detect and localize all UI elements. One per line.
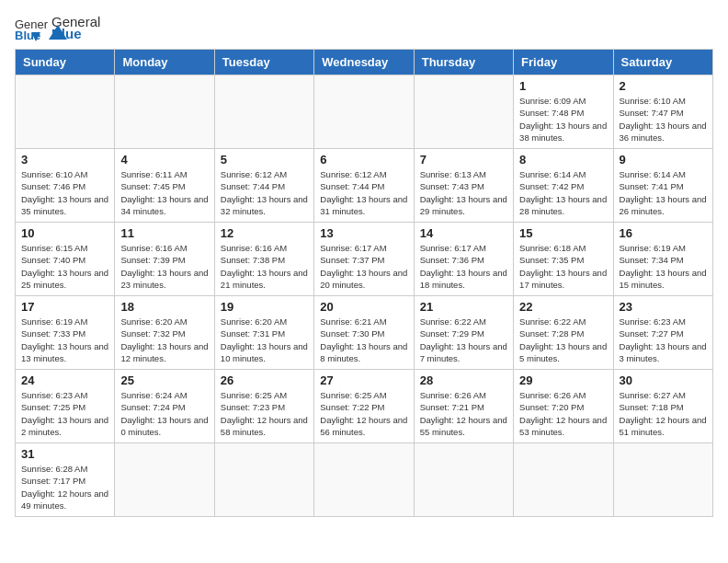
calendar-cell: 16Sunrise: 6:19 AM Sunset: 7:34 PM Dayli…	[613, 223, 712, 296]
calendar-cell: 27Sunrise: 6:25 AM Sunset: 7:22 PM Dayli…	[314, 370, 414, 443]
day-number: 5	[221, 153, 308, 167]
day-info: Sunrise: 6:21 AM Sunset: 7:30 PM Dayligh…	[320, 316, 407, 364]
day-number: 8	[519, 153, 607, 167]
day-number: 3	[21, 153, 108, 167]
svg-marker-3	[49, 25, 67, 40]
day-number: 15	[519, 226, 607, 240]
day-number: 30	[620, 373, 707, 387]
day-number: 6	[320, 153, 407, 167]
day-number: 28	[420, 373, 507, 387]
day-number: 12	[221, 226, 308, 240]
day-info: Sunrise: 6:19 AM Sunset: 7:34 PM Dayligh…	[620, 242, 707, 291]
day-number: 20	[320, 300, 407, 314]
week-row-2: 10Sunrise: 6:15 AM Sunset: 7:40 PM Dayli…	[16, 223, 713, 296]
calendar-cell: 12Sunrise: 6:16 AM Sunset: 7:38 PM Dayli…	[214, 223, 313, 296]
day-info: Sunrise: 6:20 AM Sunset: 7:31 PM Dayligh…	[221, 316, 308, 364]
calendar-cell: 11Sunrise: 6:16 AM Sunset: 7:39 PM Dayli…	[115, 223, 214, 296]
calendar-cell	[16, 75, 115, 149]
day-number: 26	[221, 373, 308, 387]
day-number: 31	[21, 447, 108, 461]
header: General Blue General Blue	[15, 15, 713, 41]
calendar-cell	[514, 443, 613, 517]
day-number: 14	[420, 226, 507, 240]
calendar-cell: 3Sunrise: 6:10 AM Sunset: 7:46 PM Daylig…	[16, 149, 115, 223]
calendar-table: SundayMondayTuesdayWednesdayThursdayFrid…	[15, 49, 713, 517]
day-number: 17	[21, 300, 108, 314]
day-info: Sunrise: 6:17 AM Sunset: 7:36 PM Dayligh…	[420, 242, 507, 291]
week-row-4: 24Sunrise: 6:23 AM Sunset: 7:25 PM Dayli…	[16, 370, 713, 443]
calendar-cell: 17Sunrise: 6:19 AM Sunset: 7:33 PM Dayli…	[16, 296, 115, 370]
weekday-thursday: Thursday	[414, 50, 513, 75]
weekday-wednesday: Wednesday	[314, 50, 414, 75]
calendar-cell	[214, 75, 313, 149]
day-number: 10	[21, 226, 108, 240]
calendar-cell: 1Sunrise: 6:09 AM Sunset: 7:48 PM Daylig…	[514, 75, 613, 149]
day-number: 27	[320, 373, 407, 387]
day-number: 25	[120, 373, 208, 387]
weekday-tuesday: Tuesday	[214, 50, 313, 75]
day-info: Sunrise: 6:23 AM Sunset: 7:27 PM Dayligh…	[620, 316, 707, 364]
calendar-cell: 9Sunrise: 6:14 AM Sunset: 7:41 PM Daylig…	[613, 149, 712, 223]
calendar-cell: 8Sunrise: 6:14 AM Sunset: 7:42 PM Daylig…	[514, 149, 613, 223]
day-info: Sunrise: 6:28 AM Sunset: 7:17 PM Dayligh…	[21, 463, 108, 511]
logo-triangle	[49, 23, 67, 41]
calendar-cell: 15Sunrise: 6:18 AM Sunset: 7:35 PM Dayli…	[514, 223, 613, 296]
calendar-cell	[214, 443, 313, 517]
day-info: Sunrise: 6:15 AM Sunset: 7:40 PM Dayligh…	[21, 242, 108, 291]
week-row-5: 31Sunrise: 6:28 AM Sunset: 7:17 PM Dayli…	[16, 443, 713, 517]
day-info: Sunrise: 6:24 AM Sunset: 7:24 PM Dayligh…	[120, 389, 208, 438]
day-info: Sunrise: 6:09 AM Sunset: 7:48 PM Dayligh…	[519, 95, 607, 144]
day-number: 16	[620, 226, 707, 240]
weekday-sunday: Sunday	[16, 50, 115, 75]
day-info: Sunrise: 6:22 AM Sunset: 7:28 PM Dayligh…	[519, 316, 607, 364]
calendar-cell: 2Sunrise: 6:10 AM Sunset: 7:47 PM Daylig…	[613, 75, 712, 149]
calendar-cell	[613, 443, 712, 517]
day-info: Sunrise: 6:20 AM Sunset: 7:32 PM Dayligh…	[120, 316, 208, 364]
day-info: Sunrise: 6:22 AM Sunset: 7:29 PM Dayligh…	[420, 316, 507, 364]
day-info: Sunrise: 6:16 AM Sunset: 7:38 PM Dayligh…	[221, 242, 308, 291]
day-info: Sunrise: 6:11 AM Sunset: 7:45 PM Dayligh…	[120, 168, 208, 217]
calendar-cell: 4Sunrise: 6:11 AM Sunset: 7:45 PM Daylig…	[115, 149, 214, 223]
calendar-cell: 24Sunrise: 6:23 AM Sunset: 7:25 PM Dayli…	[16, 370, 115, 443]
calendar-cell: 20Sunrise: 6:21 AM Sunset: 7:30 PM Dayli…	[314, 296, 414, 370]
day-number: 13	[320, 226, 407, 240]
calendar-cell	[115, 75, 214, 149]
calendar-cell	[115, 443, 214, 517]
day-number: 22	[519, 300, 607, 314]
day-info: Sunrise: 6:10 AM Sunset: 7:47 PM Dayligh…	[620, 95, 707, 144]
svg-text:Blue: Blue	[15, 29, 40, 41]
week-row-1: 3Sunrise: 6:10 AM Sunset: 7:46 PM Daylig…	[16, 149, 713, 223]
week-row-0: 1Sunrise: 6:09 AM Sunset: 7:48 PM Daylig…	[16, 75, 713, 149]
calendar-cell: 30Sunrise: 6:27 AM Sunset: 7:18 PM Dayli…	[613, 370, 712, 443]
calendar-body: 1Sunrise: 6:09 AM Sunset: 7:48 PM Daylig…	[16, 75, 713, 517]
day-number: 18	[120, 300, 208, 314]
day-number: 29	[519, 373, 607, 387]
calendar-cell: 19Sunrise: 6:20 AM Sunset: 7:31 PM Dayli…	[214, 296, 313, 370]
calendar-cell	[314, 443, 414, 517]
calendar-cell: 31Sunrise: 6:28 AM Sunset: 7:17 PM Dayli…	[16, 443, 115, 517]
day-number: 24	[21, 373, 108, 387]
day-number: 21	[420, 300, 507, 314]
day-info: Sunrise: 6:18 AM Sunset: 7:35 PM Dayligh…	[519, 242, 607, 291]
weekday-header-row: SundayMondayTuesdayWednesdayThursdayFrid…	[16, 50, 713, 75]
calendar-cell	[414, 443, 513, 517]
calendar-cell: 29Sunrise: 6:26 AM Sunset: 7:20 PM Dayli…	[514, 370, 613, 443]
day-number: 2	[620, 79, 707, 93]
week-row-3: 17Sunrise: 6:19 AM Sunset: 7:33 PM Dayli…	[16, 296, 713, 370]
day-info: Sunrise: 6:23 AM Sunset: 7:25 PM Dayligh…	[21, 389, 108, 438]
logo-icon: General Blue	[15, 16, 48, 41]
day-info: Sunrise: 6:12 AM Sunset: 7:44 PM Dayligh…	[320, 168, 407, 217]
calendar-cell	[314, 75, 414, 149]
calendar-cell: 25Sunrise: 6:24 AM Sunset: 7:24 PM Dayli…	[115, 370, 214, 443]
calendar-cell: 21Sunrise: 6:22 AM Sunset: 7:29 PM Dayli…	[414, 296, 513, 370]
day-info: Sunrise: 6:10 AM Sunset: 7:46 PM Dayligh…	[21, 168, 108, 217]
calendar-cell: 6Sunrise: 6:12 AM Sunset: 7:44 PM Daylig…	[314, 149, 414, 223]
day-info: Sunrise: 6:13 AM Sunset: 7:43 PM Dayligh…	[420, 168, 507, 217]
calendar-cell: 14Sunrise: 6:17 AM Sunset: 7:36 PM Dayli…	[414, 223, 513, 296]
calendar-cell: 10Sunrise: 6:15 AM Sunset: 7:40 PM Dayli…	[16, 223, 115, 296]
weekday-friday: Friday	[514, 50, 613, 75]
day-number: 11	[120, 226, 208, 240]
day-info: Sunrise: 6:26 AM Sunset: 7:20 PM Dayligh…	[519, 389, 607, 438]
calendar-cell: 13Sunrise: 6:17 AM Sunset: 7:37 PM Dayli…	[314, 223, 414, 296]
day-number: 1	[519, 79, 607, 93]
